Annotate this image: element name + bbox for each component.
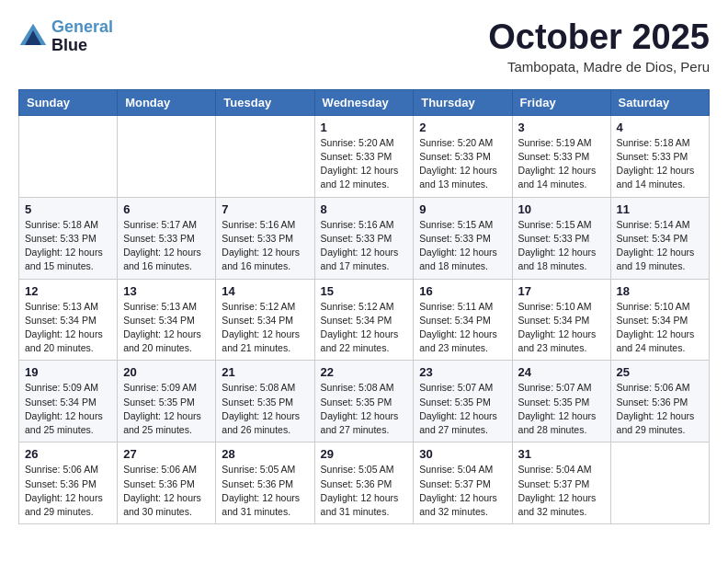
day-number: 17 [518, 284, 605, 298]
calendar-cell: 27Sunrise: 5:06 AM Sunset: 5:36 PM Dayli… [118, 442, 216, 524]
calendar-cell: 7Sunrise: 5:16 AM Sunset: 5:33 PM Daylig… [216, 197, 314, 279]
calendar-cell: 21Sunrise: 5:08 AM Sunset: 5:35 PM Dayli… [216, 361, 314, 442]
day-info: Sunrise: 5:13 AM Sunset: 5:34 PM Dayligh… [25, 300, 111, 356]
calendar-cell: 28Sunrise: 5:05 AM Sunset: 5:36 PM Dayli… [216, 442, 314, 524]
calendar-cell: 3Sunrise: 5:19 AM Sunset: 5:33 PM Daylig… [512, 115, 610, 197]
calendar-cell: 5Sunrise: 5:18 AM Sunset: 5:33 PM Daylig… [19, 197, 118, 279]
day-info: Sunrise: 5:06 AM Sunset: 5:36 PM Dayligh… [617, 381, 703, 437]
day-info: Sunrise: 5:14 AM Sunset: 5:34 PM Dayligh… [617, 218, 703, 274]
day-number: 25 [617, 365, 703, 379]
calendar-week-row: 19Sunrise: 5:09 AM Sunset: 5:34 PM Dayli… [19, 361, 710, 442]
day-info: Sunrise: 5:18 AM Sunset: 5:33 PM Dayligh… [25, 218, 111, 274]
calendar-cell [216, 115, 314, 197]
day-number: 7 [222, 202, 308, 216]
day-number: 13 [123, 284, 210, 298]
day-info: Sunrise: 5:10 AM Sunset: 5:34 PM Dayligh… [617, 300, 703, 356]
calendar-cell: 19Sunrise: 5:09 AM Sunset: 5:34 PM Dayli… [19, 361, 118, 442]
day-info: Sunrise: 5:06 AM Sunset: 5:36 PM Dayligh… [123, 463, 210, 519]
title-block: October 2025 Tambopata, Madre de Dios, P… [488, 18, 710, 75]
calendar-cell: 4Sunrise: 5:18 AM Sunset: 5:33 PM Daylig… [610, 115, 709, 197]
day-info: Sunrise: 5:18 AM Sunset: 5:33 PM Dayligh… [617, 136, 703, 192]
calendar-cell: 6Sunrise: 5:17 AM Sunset: 5:33 PM Daylig… [118, 197, 216, 279]
calendar-cell: 31Sunrise: 5:04 AM Sunset: 5:37 PM Dayli… [512, 442, 610, 524]
day-of-week-header: Sunday [19, 89, 118, 115]
calendar-cell: 11Sunrise: 5:14 AM Sunset: 5:34 PM Dayli… [610, 197, 709, 279]
day-number: 3 [518, 121, 605, 134]
day-number: 4 [617, 121, 703, 134]
calendar-cell: 12Sunrise: 5:13 AM Sunset: 5:34 PM Dayli… [19, 279, 118, 361]
day-info: Sunrise: 5:11 AM Sunset: 5:34 PM Dayligh… [419, 300, 506, 356]
day-info: Sunrise: 5:09 AM Sunset: 5:35 PM Dayligh… [123, 381, 210, 437]
day-number: 16 [419, 284, 506, 298]
day-number: 6 [123, 202, 210, 216]
calendar-cell: 17Sunrise: 5:10 AM Sunset: 5:34 PM Dayli… [512, 279, 610, 361]
day-info: Sunrise: 5:15 AM Sunset: 5:33 PM Dayligh… [518, 218, 605, 274]
day-info: Sunrise: 5:10 AM Sunset: 5:34 PM Dayligh… [518, 300, 605, 356]
day-number: 22 [321, 365, 408, 379]
day-number: 20 [123, 365, 210, 379]
calendar-cell: 18Sunrise: 5:10 AM Sunset: 5:34 PM Dayli… [610, 279, 709, 361]
day-info: Sunrise: 5:08 AM Sunset: 5:35 PM Dayligh… [321, 381, 408, 437]
day-number: 10 [518, 202, 605, 216]
calendar-week-row: 5Sunrise: 5:18 AM Sunset: 5:33 PM Daylig… [19, 197, 710, 279]
calendar-cell [19, 115, 118, 197]
calendar-cell: 25Sunrise: 5:06 AM Sunset: 5:36 PM Dayli… [610, 361, 709, 442]
day-number: 23 [419, 365, 506, 379]
calendar-cell: 29Sunrise: 5:05 AM Sunset: 5:36 PM Dayli… [314, 442, 414, 524]
day-info: Sunrise: 5:07 AM Sunset: 5:35 PM Dayligh… [518, 381, 605, 437]
calendar-cell: 23Sunrise: 5:07 AM Sunset: 5:35 PM Dayli… [414, 361, 512, 442]
day-number: 12 [25, 284, 111, 298]
calendar-week-row: 12Sunrise: 5:13 AM Sunset: 5:34 PM Dayli… [19, 279, 710, 361]
day-number: 2 [419, 121, 506, 134]
day-number: 15 [321, 284, 408, 298]
day-info: Sunrise: 5:05 AM Sunset: 5:36 PM Dayligh… [222, 463, 308, 519]
day-info: Sunrise: 5:07 AM Sunset: 5:35 PM Dayligh… [419, 381, 506, 437]
day-info: Sunrise: 5:16 AM Sunset: 5:33 PM Dayligh… [222, 218, 308, 274]
day-of-week-header: Saturday [610, 89, 709, 115]
day-info: Sunrise: 5:17 AM Sunset: 5:33 PM Dayligh… [123, 218, 210, 274]
calendar-week-row: 26Sunrise: 5:06 AM Sunset: 5:36 PM Dayli… [19, 442, 710, 524]
calendar-cell: 8Sunrise: 5:16 AM Sunset: 5:33 PM Daylig… [314, 197, 414, 279]
day-of-week-header: Wednesday [314, 89, 414, 115]
calendar-cell: 16Sunrise: 5:11 AM Sunset: 5:34 PM Dayli… [414, 279, 512, 361]
day-info: Sunrise: 5:13 AM Sunset: 5:34 PM Dayligh… [123, 300, 210, 356]
location-subtitle: Tambopata, Madre de Dios, Peru [488, 59, 710, 75]
calendar-header-row: SundayMondayTuesdayWednesdayThursdayFrid… [19, 89, 710, 115]
day-number: 5 [25, 202, 111, 216]
day-info: Sunrise: 5:20 AM Sunset: 5:33 PM Dayligh… [321, 136, 408, 192]
day-info: Sunrise: 5:19 AM Sunset: 5:33 PM Dayligh… [518, 136, 605, 192]
calendar-cell: 26Sunrise: 5:06 AM Sunset: 5:36 PM Dayli… [19, 442, 118, 524]
day-info: Sunrise: 5:04 AM Sunset: 5:37 PM Dayligh… [518, 463, 605, 519]
day-number: 19 [25, 365, 111, 379]
calendar-cell: 13Sunrise: 5:13 AM Sunset: 5:34 PM Dayli… [118, 279, 216, 361]
day-number: 30 [419, 447, 506, 461]
day-number: 1 [321, 121, 408, 134]
calendar-cell: 20Sunrise: 5:09 AM Sunset: 5:35 PM Dayli… [118, 361, 216, 442]
day-number: 9 [419, 202, 506, 216]
day-number: 11 [617, 202, 703, 216]
day-info: Sunrise: 5:12 AM Sunset: 5:34 PM Dayligh… [222, 300, 308, 356]
day-info: Sunrise: 5:12 AM Sunset: 5:34 PM Dayligh… [321, 300, 408, 356]
logo: General Blue [18, 18, 113, 55]
day-info: Sunrise: 5:16 AM Sunset: 5:33 PM Dayligh… [321, 218, 408, 274]
day-info: Sunrise: 5:08 AM Sunset: 5:35 PM Dayligh… [222, 381, 308, 437]
day-info: Sunrise: 5:20 AM Sunset: 5:33 PM Dayligh… [419, 136, 506, 192]
day-number: 29 [321, 447, 408, 461]
calendar-cell [118, 115, 216, 197]
day-number: 18 [617, 284, 703, 298]
calendar-table: SundayMondayTuesdayWednesdayThursdayFrid… [18, 89, 710, 524]
calendar-cell [610, 442, 709, 524]
calendar-cell: 24Sunrise: 5:07 AM Sunset: 5:35 PM Dayli… [512, 361, 610, 442]
day-of-week-header: Monday [118, 89, 216, 115]
day-of-week-header: Thursday [414, 89, 512, 115]
day-number: 24 [518, 365, 605, 379]
month-title: October 2025 [488, 18, 710, 57]
calendar-cell: 22Sunrise: 5:08 AM Sunset: 5:35 PM Dayli… [314, 361, 414, 442]
calendar-week-row: 1Sunrise: 5:20 AM Sunset: 5:33 PM Daylig… [19, 115, 710, 197]
page-header: General Blue October 2025 Tambopata, Mad… [18, 18, 710, 75]
calendar-cell: 9Sunrise: 5:15 AM Sunset: 5:33 PM Daylig… [414, 197, 512, 279]
day-info: Sunrise: 5:09 AM Sunset: 5:34 PM Dayligh… [25, 381, 111, 437]
logo-text: General Blue [51, 18, 113, 55]
calendar-cell: 30Sunrise: 5:04 AM Sunset: 5:37 PM Dayli… [414, 442, 512, 524]
day-number: 28 [222, 447, 308, 461]
